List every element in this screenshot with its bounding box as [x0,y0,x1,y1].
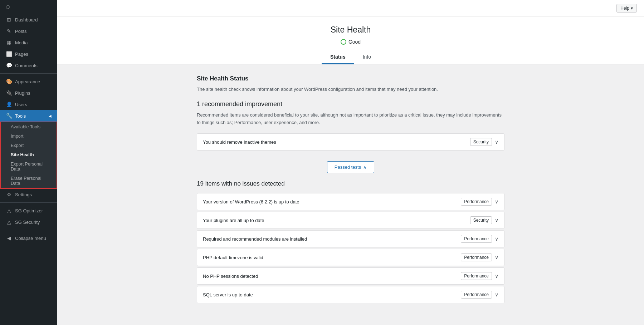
section-desc: The site health check shows information … [197,86,504,93]
wp-logo: ⬡ [0,0,57,14]
status-badge: Good [341,39,361,45]
passed-label-0: Your version of WordPress (6.2.2) is up … [203,199,299,205]
sidebar-item-dashboard[interactable]: ⊞ Dashboard [0,14,57,25]
submenu-export-personal-data[interactable]: Export Personal Data [1,159,57,174]
passed-label-5: SQL server is up to date [203,292,253,297]
sidebar-item-users[interactable]: 👤 Users [0,99,57,110]
sidebar-item-pages[interactable]: ⬜ Pages [0,48,57,60]
passed-right-4: Performance ∨ [461,272,498,280]
no-issues-title: 19 items with no issues detected [197,180,504,187]
sidebar-item-media[interactable]: ▦ Media [0,37,57,48]
sidebar-item-label: Posts [15,29,27,34]
sidebar-item-label: Tools [15,113,26,119]
passed-tests-button[interactable]: Passed tests ∧ [327,161,374,173]
sidebar-item-sg-security[interactable]: △ SG Security [0,216,57,228]
submenu-available-tools[interactable]: Available Tools [1,122,57,132]
divider-2 [0,202,57,203]
main-content: Site Health Status The site health check… [190,64,512,315]
submenu-import[interactable]: Import [1,132,57,141]
dashboard-icon: ⊞ [6,17,12,23]
sidebar-item-appearance[interactable]: 🎨 Appearance [0,76,57,87]
passed-right-2: Performance ∨ [461,235,498,243]
passed-tests-section: Passed tests ∧ [197,161,504,173]
divider-3 [0,230,57,230]
divider-1 [0,73,57,74]
passed-row-4: No PHP sessions detected Performance ∨ [197,267,504,285]
help-label: Help [620,6,629,11]
passed-row-5: SQL server is up to date Performance ∨ [197,286,504,303]
passed-right-0: Performance ∨ [461,198,498,206]
sidebar-item-sg-optimizer[interactable]: △ SG Optimizer [0,205,57,216]
issue-tag-0: Security [470,138,492,146]
help-arrow-icon: ▾ [631,6,633,11]
page-content: Site Health Good Status Info Site Health… [57,16,644,325]
passed-tests-label: Passed tests [335,164,361,170]
recommended-desc: Recommended items are considered benefic… [197,112,504,127]
recommended-count: 1 recommended improvement [197,100,504,108]
passed-label-3: PHP default timezone is valid [203,255,263,260]
passed-row-0: Your version of WordPress (6.2.2) is up … [197,193,504,210]
issue-label-0: You should remove inactive themes [203,139,276,145]
passed-right-5: Performance ∨ [461,291,498,299]
passed-expand-5[interactable]: ∨ [495,292,498,297]
sg-optimizer-icon: △ [6,208,12,213]
sidebar-item-label: Collapse menu [15,236,46,241]
tools-arrow: ◀ [49,114,52,118]
sidebar-item-label: Pages [15,51,28,57]
passed-row-2: Required and recommended modules are ins… [197,230,504,247]
sidebar-item-collapse[interactable]: ◀ Collapse menu [0,232,57,244]
sidebar-item-comments[interactable]: 💬 Comments [0,60,57,71]
sidebar-item-label: Media [15,40,28,45]
users-icon: 👤 [6,102,12,107]
sidebar-item-label: SG Optimizer [15,208,43,213]
collapse-icon: ◀ [6,235,12,241]
page-title: Site Health [57,25,644,35]
pages-icon: ⬜ [6,51,12,57]
passed-expand-2[interactable]: ∨ [495,236,498,242]
posts-icon: ✎ [6,28,12,34]
passed-tag-4: Performance [461,272,492,280]
tab-info[interactable]: Info [354,50,380,64]
sidebar-item-label: SG Security [15,220,40,225]
sidebar-item-plugins[interactable]: 🔌 Plugins [0,87,57,99]
status-label: Good [348,39,361,45]
sidebar-item-label: Appearance [15,79,40,84]
page-header: Site Health Good Status Info [57,16,644,64]
tab-status[interactable]: Status [322,50,354,64]
sidebar-item-label: Comments [15,63,38,68]
sidebar-item-label: Settings [15,192,32,197]
sidebar-item-posts[interactable]: ✎ Posts [0,25,57,37]
passed-label-1: Your plugins are all up to date [203,218,264,223]
passed-tag-0: Performance [461,198,492,206]
sidebar-item-settings[interactable]: ⚙ Settings [0,189,57,200]
sidebar-item-label: Dashboard [15,17,38,23]
section-title: Site Health Status [197,75,504,82]
settings-icon: ⚙ [6,192,12,197]
comments-icon: 💬 [6,63,12,68]
passed-tag-3: Performance [461,253,492,261]
sidebar: ⬡ ⊞ Dashboard ✎ Posts ▦ Media ⬜ Pages 💬 … [0,0,57,325]
help-button[interactable]: Help ▾ [616,4,637,13]
sidebar-item-tools[interactable]: 🔧 Tools ◀ [0,110,57,122]
passed-label-2: Required and recommended modules are ins… [203,236,307,242]
passed-row-1: Your plugins are all up to date Security… [197,212,504,229]
submenu-erase-personal-data[interactable]: Erase Personal Data [1,174,57,188]
passed-row-3: PHP default timezone is valid Performanc… [197,249,504,266]
passed-expand-3[interactable]: ∨ [495,255,498,260]
status-circle-icon [341,39,346,45]
passed-right-1: Security ∨ [470,216,498,224]
media-icon: ▦ [6,40,12,45]
submenu-site-health[interactable]: Site Health [1,150,57,159]
sidebar-item-label: Users [15,102,27,107]
tools-submenu: Available Tools Import Export Site Healt… [0,122,57,189]
passed-expand-4[interactable]: ∨ [495,273,498,279]
sg-security-icon: △ [6,219,12,225]
submenu-export[interactable]: Export [1,141,57,150]
passed-expand-0[interactable]: ∨ [495,199,498,205]
tools-icon: 🔧 [6,113,12,119]
passed-label-4: No PHP sessions detected [203,274,258,279]
passed-expand-1[interactable]: ∨ [495,217,498,223]
appearance-icon: 🎨 [6,79,12,84]
passed-tests-chevron-icon: ∧ [363,164,367,170]
issue-expand-0[interactable]: ∨ [495,139,498,145]
